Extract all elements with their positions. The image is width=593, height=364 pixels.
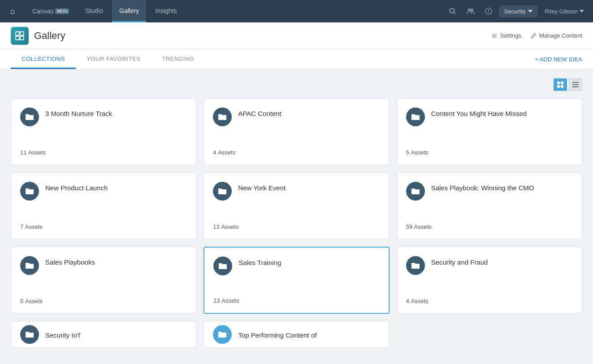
folder-symbol [218,113,227,121]
card-title: APAC Content [238,107,281,118]
svg-rect-14 [557,85,560,88]
collection-card-new-york-event[interactable]: New York Event 13 Assets [203,172,389,240]
grid-view-button[interactable] [554,78,567,91]
card-assets-count: 7 Assets [20,223,187,230]
partial-collections-row: Security IoT Top Performing Content of [11,321,582,348]
card-assets-count: 5 Assets [406,149,573,156]
folder-icon [20,256,39,275]
card-title: New Product Launch [45,182,108,193]
card-title: Sales Playbooks [45,256,95,267]
folder-icon [213,107,232,126]
card-header: New York Event [213,182,380,201]
nav-item-studio[interactable]: Studio [78,0,110,22]
folder-symbol [411,187,420,195]
card-title: Sales Training [238,257,281,267]
folder-icon [213,182,232,201]
user-chevron-icon [580,10,584,13]
tab-collections[interactable]: COLLECTIONS [11,49,76,69]
folder-symbol [25,187,34,195]
card-title: Sales Playbook: Winning the CMO [431,182,534,193]
tab-your-favorites[interactable]: YOUR FAVORITES [76,49,151,69]
folder-symbol [411,261,420,270]
card-assets-count: 4 Assets [213,149,380,156]
svg-rect-16 [572,82,579,83]
card-title: Security IoT [45,329,81,340]
card-assets-count: 13 Assets [213,297,379,304]
settings-button[interactable]: Settings [491,32,521,39]
collection-card-sales-playbook-cmo[interactable]: Sales Playbook: Winning the CMO 59 Asset… [397,172,582,240]
folder-symbol [25,261,34,270]
card-title: Top Performing Content of [238,329,316,340]
card-assets-count: 13 Assets [213,223,380,230]
card-header: New Product Launch [20,182,187,201]
header-actions: Settings Manage Content [491,32,582,39]
folder-symbol [411,113,420,121]
card-header: APAC Content [213,107,380,126]
svg-rect-9 [16,36,19,40]
folder-icon [213,325,232,344]
page-header: Gallery Settings Manage Content [0,22,593,49]
card-title: 3 Month Nurture Track [45,107,112,118]
svg-line-1 [454,13,455,14]
tab-trending[interactable]: TRENDING [151,49,205,69]
svg-rect-12 [557,81,560,84]
collection-card-sales-playbooks[interactable]: Sales Playbooks 0 Assets [11,247,196,314]
manage-content-button[interactable]: Manage Content [530,32,582,39]
card-footer: 11 Assets [20,149,187,156]
collection-card-new-product-launch[interactable]: New Product Launch 7 Assets [11,172,196,240]
card-footer: 13 Assets [213,223,380,230]
card-header: 3 Month Nurture Track [20,107,187,126]
card-title: New York Event [238,182,286,193]
card-assets-count: 4 Assets [406,298,573,304]
svg-point-3 [471,9,473,11]
svg-rect-8 [20,32,24,35]
card-header: Sales Training [213,257,379,275]
collections-grid: 3 Month Nurture Track 11 Assets APAC Con… [11,98,582,314]
brand-name[interactable]: Canvas BETA [25,0,76,22]
card-assets-count: 0 Assets [20,298,187,304]
add-new-idea-button[interactable]: + ADD NEW IDEA [535,52,582,66]
grid-view-icon [557,81,563,88]
search-icon[interactable] [446,4,460,18]
card-footer: 4 Assets [213,149,380,156]
home-logo[interactable]: ⌂ [5,4,20,18]
collection-card-top-performing[interactable]: Top Performing Content of [203,321,389,348]
collection-card-sales-training[interactable]: Sales Training 13 Assets [203,247,389,314]
card-header: Sales Playbook: Winning the CMO [406,182,573,201]
card-header: Sales Playbooks [20,256,187,275]
nav-item-insights[interactable]: Insights [148,0,184,22]
collection-card-3-month-nurture-track[interactable]: 3 Month Nurture Track 11 Assets [11,98,196,165]
page-title-area: Gallery [11,27,65,45]
empty-grid-slot [397,321,582,348]
svg-point-11 [493,34,495,37]
collection-card-content-missed[interactable]: Content You Might Have Missed 5 Assets [397,98,582,165]
nav-right-area: Securita Riley Gibson [446,4,588,18]
collection-card-security-iot[interactable]: Security IoT [11,321,196,348]
svg-rect-15 [561,85,563,88]
svg-rect-10 [20,36,24,40]
svg-rect-18 [572,86,579,87]
account-dropdown[interactable]: Securita [499,6,538,17]
folder-icon [20,325,39,344]
folder-icon [20,107,39,126]
people-icon[interactable] [463,4,478,18]
user-menu[interactable]: Riley Gibson [541,8,588,15]
nav-item-gallery[interactable]: Gallery [112,0,146,22]
card-footer: 5 Assets [406,149,573,156]
collection-card-security-fraud[interactable]: Security and Fraud 4 Assets [397,247,582,314]
page-title: Gallery [34,30,65,42]
collection-card-apac-content[interactable]: APAC Content 4 Assets [203,98,389,165]
settings-icon [491,33,498,39]
info-icon[interactable] [481,4,496,18]
folder-icon [406,107,425,126]
card-footer: 13 Assets [213,297,379,304]
list-view-button[interactable] [569,78,582,91]
card-assets-count: 59 Assets [406,223,573,230]
card-footer: 4 Assets [406,298,573,304]
tabs-list: COLLECTIONS YOUR FAVORITES TRENDING [11,49,205,69]
card-header: Security and Fraud [406,256,573,275]
card-footer: 7 Assets [20,223,187,230]
svg-rect-17 [572,84,579,85]
main-content: 3 Month Nurture Track 11 Assets APAC Con… [0,69,593,361]
card-title: Content You Might Have Missed [431,107,527,118]
